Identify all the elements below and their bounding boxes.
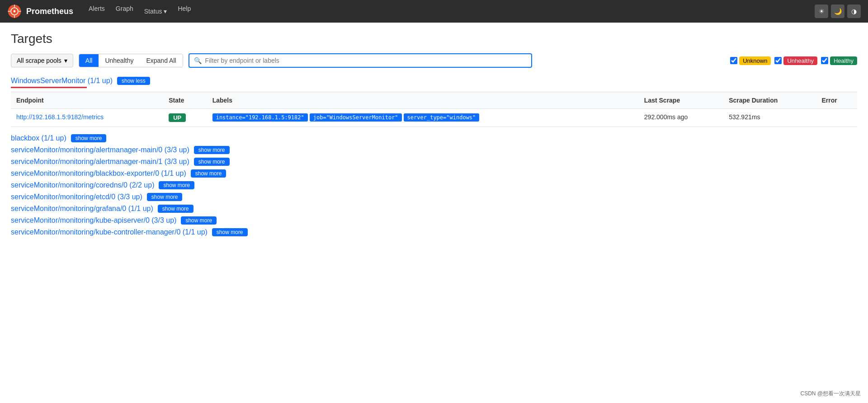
group-title-blackbox-exporter-0[interactable]: serviceMonitor/monitoring/blackbox-expor… xyxy=(11,169,186,178)
target-group-etcd-0: serviceMonitor/monitoring/etcd/0 (3/3 up… xyxy=(11,193,857,201)
scrape-duration-cell: 532.921ms xyxy=(723,109,816,127)
col-labels: Labels xyxy=(207,92,639,109)
filter-group: All Unhealthy Expand All xyxy=(79,54,183,67)
group-title-windows[interactable]: WindowsServerMonitor (1/1 up) xyxy=(11,77,113,85)
show-more-kube-controller-manager-0-button[interactable]: show more xyxy=(212,228,248,236)
show-more-blackbox-exporter-0-button[interactable]: show more xyxy=(191,169,226,178)
unknown-badge: Unknown xyxy=(739,56,771,65)
group-underline-windows xyxy=(11,87,201,88)
chevron-down-icon: ▾ xyxy=(164,8,167,15)
page-title: Targets xyxy=(11,32,857,46)
theme-dark-button[interactable]: 🌙 xyxy=(831,5,844,18)
nav-status[interactable]: Status ▾ xyxy=(140,5,172,18)
target-group-alertmanager-0: serviceMonitor/monitoring/alertmanager-m… xyxy=(11,146,857,154)
filter-unhealthy-button[interactable]: Unhealthy xyxy=(99,54,140,67)
unknown-filter-item: Unknown xyxy=(730,56,771,65)
theme-controls: ☀ 🌙 ◑ xyxy=(815,5,861,18)
show-more-coredns-0-button[interactable]: show more xyxy=(159,181,194,189)
group-header-alertmanager-0: serviceMonitor/monitoring/alertmanager-m… xyxy=(11,146,857,154)
error-cell xyxy=(816,109,857,127)
group-header-grafana-0: serviceMonitor/monitoring/grafana/0 (1/1… xyxy=(11,205,857,213)
filter-expand-button[interactable]: Expand All xyxy=(140,54,182,67)
group-header-kube-controller-manager-0: serviceMonitor/monitoring/kube-controlle… xyxy=(11,228,857,236)
healthy-badge: Healthy xyxy=(830,56,857,65)
group-title-etcd-0[interactable]: serviceMonitor/monitoring/etcd/0 (3/3 up… xyxy=(11,193,142,201)
col-error: Error xyxy=(816,92,857,109)
group-header-blackbox: blackbox (1/1 up) show more xyxy=(11,134,857,142)
show-more-alertmanager-0-button[interactable]: show more xyxy=(194,146,230,154)
col-last-scrape: Last Scrape xyxy=(639,92,723,109)
endpoint-link[interactable]: http://192.168.1.5:9182/metrics xyxy=(16,113,104,121)
group-header-windows: WindowsServerMonitor (1/1 up) show less xyxy=(11,77,857,85)
navbar: Prometheus Alerts Graph Status ▾ Help ☀ … xyxy=(0,0,868,23)
state-cell: UP xyxy=(163,109,207,127)
label-tag: job="WindowsServerMonitor" xyxy=(310,113,402,122)
unknown-checkbox[interactable] xyxy=(730,57,737,64)
group-header-alertmanager-1: serviceMonitor/monitoring/alertmanager-m… xyxy=(11,158,857,166)
main-content: Targets All scrape pools ▾ All Unhealthy… xyxy=(0,23,868,249)
group-title-blackbox[interactable]: blackbox (1/1 up) xyxy=(11,134,66,142)
unhealthy-filter-item: Unhealthy xyxy=(774,56,817,65)
brand-name: Prometheus xyxy=(26,7,73,16)
dropdown-chevron-icon: ▾ xyxy=(64,57,67,64)
filter-all-button[interactable]: All xyxy=(79,54,99,67)
col-state: State xyxy=(163,92,207,109)
brand-link[interactable]: Prometheus xyxy=(7,4,73,19)
target-group-blackbox-exporter-0: serviceMonitor/monitoring/blackbox-expor… xyxy=(11,169,857,178)
group-title-kube-apiserver-0[interactable]: serviceMonitor/monitoring/kube-apiserver… xyxy=(11,216,176,225)
search-input[interactable] xyxy=(205,54,527,67)
labels-cell: instance="192.168.1.5:9182" job="Windows… xyxy=(207,109,639,127)
nav-links: Alerts Graph Status ▾ Help xyxy=(84,5,195,18)
show-less-windows-button[interactable]: show less xyxy=(117,77,150,85)
col-scrape-duration: Scrape Duration xyxy=(723,92,816,109)
target-group-kube-apiserver-0: serviceMonitor/monitoring/kube-apiserver… xyxy=(11,216,857,225)
target-group-alertmanager-1: serviceMonitor/monitoring/alertmanager-m… xyxy=(11,158,857,166)
show-more-blackbox-button[interactable]: show more xyxy=(71,134,107,142)
toolbar: All scrape pools ▾ All Unhealthy Expand … xyxy=(11,53,857,68)
target-group-coredns-0: serviceMonitor/monitoring/coredns/0 (2/2… xyxy=(11,181,857,189)
group-header-kube-apiserver-0: serviceMonitor/monitoring/kube-apiserver… xyxy=(11,216,857,225)
nav-alerts[interactable]: Alerts xyxy=(84,2,109,15)
group-header-coredns-0: serviceMonitor/monitoring/coredns/0 (2/2… xyxy=(11,181,857,189)
endpoint-cell: http://192.168.1.5:9182/metrics xyxy=(11,109,163,127)
label-tag: server_type="windows" xyxy=(404,113,480,122)
search-icon: 🔍 xyxy=(194,57,202,64)
target-group-windows: WindowsServerMonitor (1/1 up) show less … xyxy=(11,77,857,127)
last-scrape-cell: 292.000ms ago xyxy=(639,109,723,127)
theme-light-button[interactable]: ☀ xyxy=(815,5,828,18)
prometheus-logo-icon xyxy=(7,4,22,19)
scrape-pool-dropdown[interactable]: All scrape pools ▾ xyxy=(11,54,73,67)
group-title-coredns-0[interactable]: serviceMonitor/monitoring/coredns/0 (2/2… xyxy=(11,181,154,189)
group-header-etcd-0: serviceMonitor/monitoring/etcd/0 (3/3 up… xyxy=(11,193,857,201)
svg-point-2 xyxy=(14,10,16,13)
labels-container: instance="192.168.1.5:9182" job="Windows… xyxy=(212,113,633,122)
target-group-grafana-0: serviceMonitor/monitoring/grafana/0 (1/1… xyxy=(11,205,857,213)
group-title-kube-controller-manager-0[interactable]: serviceMonitor/monitoring/kube-controlle… xyxy=(11,228,208,236)
theme-auto-button[interactable]: ◑ xyxy=(847,5,861,18)
healthy-checkbox[interactable] xyxy=(821,57,828,64)
show-more-etcd-0-button[interactable]: show more xyxy=(147,193,183,201)
show-more-kube-apiserver-0-button[interactable]: show more xyxy=(181,216,217,225)
target-group-blackbox: blackbox (1/1 up) show more xyxy=(11,134,857,142)
table-row: http://192.168.1.5:9182/metrics UP insta… xyxy=(11,109,857,127)
group-title-grafana-0[interactable]: serviceMonitor/monitoring/grafana/0 (1/1… xyxy=(11,205,153,213)
search-container: 🔍 xyxy=(189,53,532,68)
col-endpoint: Endpoint xyxy=(11,92,163,109)
show-more-alertmanager-1-button[interactable]: show more xyxy=(194,158,230,166)
group-title-alertmanager-0[interactable]: serviceMonitor/monitoring/alertmanager-m… xyxy=(11,146,189,154)
status-filters: Unknown Unhealthy Healthy xyxy=(730,56,857,65)
healthy-filter-item: Healthy xyxy=(821,56,857,65)
nav-graph[interactable]: Graph xyxy=(111,2,138,15)
state-up-badge: UP xyxy=(169,113,186,122)
unhealthy-checkbox[interactable] xyxy=(774,57,782,64)
label-tag: instance="192.168.1.5:9182" xyxy=(212,113,308,122)
nav-help[interactable]: Help xyxy=(173,2,195,15)
group-title-alertmanager-1[interactable]: serviceMonitor/monitoring/alertmanager-m… xyxy=(11,158,189,166)
show-more-grafana-0-button[interactable]: show more xyxy=(158,205,193,213)
target-group-kube-controller-manager-0: serviceMonitor/monitoring/kube-controlle… xyxy=(11,228,857,236)
unhealthy-badge: Unhealthy xyxy=(783,56,817,65)
targets-table-windows: Endpoint State Labels Last Scrape Scrape… xyxy=(11,92,857,127)
group-header-blackbox-exporter-0: serviceMonitor/monitoring/blackbox-expor… xyxy=(11,169,857,178)
target-groups-container: WindowsServerMonitor (1/1 up) show less … xyxy=(11,77,857,236)
